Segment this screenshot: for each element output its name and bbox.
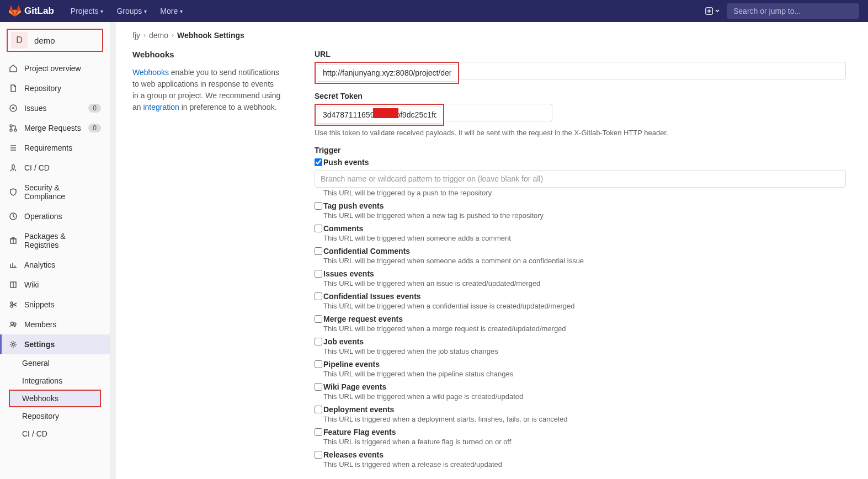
svg-point-5 — [14, 129, 17, 131]
trigger-checkbox[interactable] — [315, 451, 322, 459]
trigger-feature-flag-events: Feature Flag eventsThis URL is triggered… — [315, 428, 846, 446]
trigger-label[interactable]: Confidential Comments — [315, 247, 846, 256]
trigger-label[interactable]: Comments — [315, 224, 846, 233]
svg-point-2 — [12, 107, 14, 109]
trigger-checkbox[interactable] — [315, 315, 322, 323]
secret-input-ext[interactable] — [444, 104, 552, 121]
sidebar-item-requirements[interactable]: Requirements — [0, 138, 110, 158]
sidebar-item-label: Analytics — [24, 260, 55, 269]
trigger-description: This URL will be triggered when a wiki p… — [323, 392, 846, 401]
sidebar-item-packages-registries[interactable]: Packages & Registries — [0, 226, 110, 255]
svg-point-3 — [10, 125, 12, 127]
sidebar-item-label: CI / CD — [24, 163, 50, 172]
trigger-checkbox[interactable] — [315, 247, 322, 255]
sidebar-sub-webhooks[interactable]: Webhooks — [9, 390, 101, 407]
sidebar-item-snippets[interactable]: Snippets — [0, 295, 110, 315]
sidebar-item-members[interactable]: Members — [0, 315, 110, 334]
section-title: Webhooks — [132, 50, 281, 59]
trigger-pipeline-events: Pipeline eventsThis URL will be triggere… — [315, 360, 846, 378]
shield-icon — [9, 188, 18, 196]
issue-icon — [9, 104, 18, 113]
trigger-checkbox[interactable] — [315, 428, 322, 436]
trigger-wiki-page-events: Wiki Page eventsThis URL will be trigger… — [315, 382, 846, 401]
sidebar-item-repository[interactable]: Repository — [0, 78, 110, 98]
sidebar-item-analytics[interactable]: Analytics — [0, 255, 110, 275]
trigger-checkbox[interactable] — [315, 406, 322, 413]
breadcrumb-project[interactable]: demo — [149, 31, 168, 40]
trigger-job-events: Job eventsThis URL will be triggered whe… — [315, 337, 846, 355]
breadcrumb-current: Webhook Settings — [177, 31, 244, 40]
trigger-checkbox[interactable] — [315, 360, 322, 368]
sidebar-item-label: Settings — [24, 340, 55, 349]
trigger-label[interactable]: Tag push events — [315, 201, 846, 210]
trigger-label[interactable]: Issues events — [315, 269, 846, 278]
trigger-label[interactable]: Merge request events — [315, 315, 846, 323]
trigger-description: This URL will be triggered when a new ta… — [323, 211, 846, 220]
trigger-description: This URL is triggered when a release is … — [323, 460, 846, 469]
sidebar-sub-repository[interactable]: Repository — [0, 407, 110, 425]
scrollbar[interactable] — [110, 22, 116, 479]
svg-point-9 — [10, 305, 13, 307]
sidebar-item-label: Project overview — [24, 64, 81, 73]
search-input[interactable] — [727, 3, 859, 19]
trigger-checkbox[interactable] — [315, 292, 322, 300]
breadcrumb-root[interactable]: fjy — [132, 31, 140, 40]
nav-more[interactable]: More▾ — [155, 3, 188, 19]
integration-link[interactable]: integration — [143, 103, 179, 111]
trigger-description: This URL will be triggered when a confid… — [323, 302, 846, 310]
sidebar-item-wiki[interactable]: Wiki — [0, 275, 110, 295]
trigger-checkbox[interactable] — [315, 202, 322, 210]
trigger-checkbox[interactable] — [315, 158, 322, 166]
url-input-ext[interactable] — [459, 62, 846, 79]
trigger-label[interactable]: Deployment events — [315, 405, 846, 414]
redaction-block — [373, 108, 398, 118]
svg-point-10 — [11, 322, 14, 325]
breadcrumb: fjy › demo › Webhook Settings — [132, 31, 846, 40]
trigger-label[interactable]: Job events — [315, 337, 846, 346]
trigger-tag-push-events: Tag push eventsThis URL will be triggere… — [315, 201, 846, 220]
section-description: Webhooks enable you to send notification… — [132, 67, 281, 113]
trigger-checkbox[interactable] — [315, 338, 322, 345]
main-content: fjy › demo › Webhook Settings Webhooks W… — [116, 22, 868, 479]
trigger-label[interactable]: Feature Flag events — [315, 428, 846, 437]
home-icon — [9, 64, 18, 73]
sidebar-item-operations[interactable]: Operations — [0, 206, 110, 226]
svg-point-8 — [10, 302, 13, 304]
trigger-label[interactable]: Pipeline events — [315, 360, 846, 369]
trigger-merge-request-events: Merge request eventsThis URL will be tri… — [315, 315, 846, 333]
trigger-description: This URL will be triggered when a merge … — [323, 324, 846, 333]
chevron-down-icon: ▾ — [144, 8, 147, 14]
trigger-label[interactable]: Wiki Page events — [315, 382, 846, 391]
sidebar-sub-general[interactable]: General — [0, 354, 110, 372]
sidebar-item-merge-requests[interactable]: Merge Requests0 — [0, 118, 110, 138]
trigger-label[interactable]: Confidential Issues events — [315, 292, 846, 301]
webhooks-link[interactable]: Webhooks — [132, 68, 169, 77]
trigger-checkbox[interactable] — [315, 383, 322, 391]
trigger-checkbox[interactable] — [315, 225, 322, 232]
sidebar-item-settings[interactable]: Settings — [0, 334, 110, 354]
sidebar-item-ci-cd[interactable]: CI / CD — [0, 158, 110, 178]
nav-projects[interactable]: Projects▾ — [65, 3, 109, 19]
sidebar-item-project-overview[interactable]: Project overview — [0, 58, 110, 78]
trigger-label[interactable]: Releases events — [315, 450, 846, 459]
sidebar-item-issues[interactable]: Issues0 — [0, 98, 110, 118]
sidebar: D demo Project overviewRepositoryIssues0… — [0, 22, 110, 479]
sidebar-item-security-compliance[interactable]: Security & Compliance — [0, 178, 110, 206]
members-icon — [9, 320, 18, 329]
topbar: GitLab Projects▾Groups▾More▾ — [0, 0, 868, 22]
branch-pattern-input[interactable] — [315, 170, 846, 188]
sidebar-sub-ci-cd[interactable]: CI / CD — [0, 425, 110, 443]
nav-groups[interactable]: Groups▾ — [111, 3, 152, 19]
gitlab-logo[interactable]: GitLab — [9, 5, 54, 17]
project-header[interactable]: D demo — [7, 29, 103, 52]
url-input[interactable] — [317, 64, 457, 82]
secret-label: Secret Token — [315, 92, 846, 100]
trigger-releases-events: Releases eventsThis URL is triggered whe… — [315, 450, 846, 469]
count-badge: 0 — [88, 104, 101, 113]
main-nav: Projects▾Groups▾More▾ — [65, 3, 188, 19]
sidebar-sub-integrations[interactable]: Integrations — [0, 372, 110, 390]
trigger-label[interactable]: Push events — [315, 158, 846, 167]
project-name: demo — [34, 36, 55, 45]
plus-button[interactable] — [705, 7, 720, 15]
trigger-checkbox[interactable] — [315, 270, 322, 278]
